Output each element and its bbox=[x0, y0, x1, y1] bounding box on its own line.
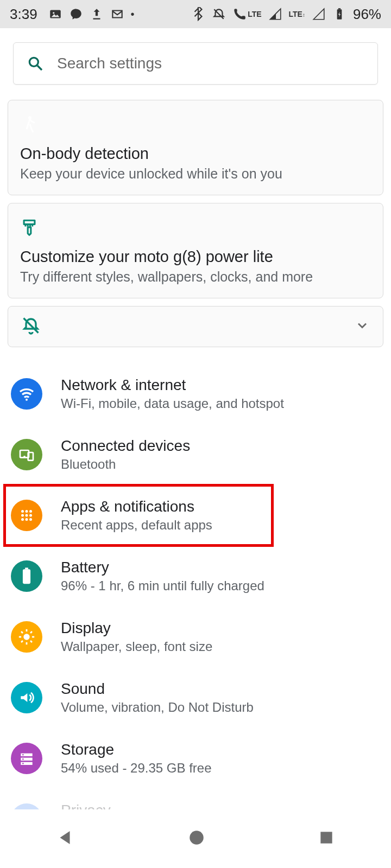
row-sub: 54% used - 29.35 GB free bbox=[61, 761, 212, 776]
walk-icon bbox=[20, 113, 371, 137]
card-subtitle: Try different styles, wallpapers, clocks… bbox=[20, 269, 371, 285]
settings-list: Network & internet Wi-Fi, mobile, data u… bbox=[8, 363, 383, 809]
battery-icon bbox=[332, 7, 346, 21]
storage-icon bbox=[11, 743, 42, 774]
card-title: Customize your moto g(8) power lite bbox=[20, 248, 371, 266]
upload-icon bbox=[90, 7, 104, 21]
svg-line-28 bbox=[30, 641, 32, 642]
svg-point-35 bbox=[22, 758, 24, 760]
battery-circle-icon bbox=[11, 560, 42, 592]
search-settings[interactable]: Search settings bbox=[13, 42, 378, 85]
svg-point-6 bbox=[28, 116, 31, 119]
messenger-icon bbox=[69, 7, 83, 21]
row-display[interactable]: Display Wallpaper, sleep, font size bbox=[11, 607, 383, 667]
card-subtitle: Keep your device unlocked while it's on … bbox=[20, 166, 371, 182]
row-battery[interactable]: Battery 96% - 1 hr, 6 min until fully ch… bbox=[11, 546, 383, 607]
dnd-status-icon bbox=[212, 7, 226, 21]
brightness-icon bbox=[11, 621, 42, 653]
svg-point-40 bbox=[190, 831, 204, 845]
svg-point-4 bbox=[29, 58, 38, 66]
row-sub: Bluetooth bbox=[61, 457, 190, 472]
search-placeholder: Search settings bbox=[57, 55, 162, 72]
photos-icon bbox=[48, 7, 62, 21]
brush-icon bbox=[20, 216, 371, 240]
settings-main: Search settings On-body detection Keep y… bbox=[0, 28, 391, 809]
battery-percent: 96% bbox=[353, 6, 381, 23]
svg-point-10 bbox=[23, 456, 26, 458]
row-apps-notifications[interactable]: Apps & notifications Recent apps, defaul… bbox=[4, 485, 273, 546]
row-title: Network & internet bbox=[61, 376, 284, 394]
svg-point-7 bbox=[26, 399, 28, 401]
signal-2-icon bbox=[312, 7, 326, 21]
nav-recent-button[interactable] bbox=[318, 829, 335, 848]
card-title: On-body detection bbox=[20, 145, 371, 163]
row-sub: 96% - 1 hr, 6 min until fully charged bbox=[61, 578, 264, 593]
svg-point-16 bbox=[29, 514, 32, 517]
svg-point-34 bbox=[22, 754, 24, 756]
svg-point-36 bbox=[22, 763, 24, 764]
status-bar: 3:39 • LTE LTE↕ 96% bbox=[0, 0, 391, 28]
svg-rect-20 bbox=[23, 569, 30, 584]
row-sound[interactable]: Sound Volume, vibration, Do Not Disturb bbox=[11, 667, 383, 728]
row-connected-devices[interactable]: Connected devices Bluetooth bbox=[11, 424, 383, 485]
sound-icon bbox=[11, 682, 42, 713]
svg-point-11 bbox=[21, 510, 24, 513]
card-customize-device[interactable]: Customize your moto g(8) power lite Try … bbox=[8, 203, 383, 298]
bluetooth-icon bbox=[191, 7, 205, 21]
svg-rect-41 bbox=[320, 832, 332, 843]
nav-home-button[interactable] bbox=[187, 828, 206, 849]
devices-icon bbox=[11, 439, 42, 470]
volte-icon: LTE bbox=[232, 7, 261, 21]
svg-line-30 bbox=[30, 631, 32, 633]
svg-line-5 bbox=[37, 66, 42, 70]
svg-line-29 bbox=[21, 641, 23, 642]
row-title: Storage bbox=[61, 741, 212, 758]
row-sub: Wallpaper, sleep, font size bbox=[61, 639, 212, 654]
row-sub: Wi-Fi, mobile, data usage, and hotspot bbox=[61, 396, 284, 411]
svg-point-22 bbox=[23, 634, 29, 640]
card-onbody-detection[interactable]: On-body detection Keep your device unloc… bbox=[8, 100, 383, 195]
svg-point-1 bbox=[53, 12, 54, 14]
chevron-down-icon bbox=[355, 318, 370, 335]
svg-point-19 bbox=[29, 518, 32, 521]
row-sub: Recent apps, default apps bbox=[61, 518, 212, 533]
row-storage[interactable]: Storage 54% used - 29.35 GB free bbox=[11, 728, 383, 789]
row-title: Sound bbox=[61, 680, 254, 698]
row-title: Display bbox=[61, 620, 212, 637]
lte-text-icon: LTE↕ bbox=[289, 10, 305, 18]
row-privacy[interactable]: Privacy Permissions, account activity, p… bbox=[11, 789, 383, 809]
svg-point-13 bbox=[29, 510, 32, 513]
svg-rect-21 bbox=[25, 567, 28, 569]
row-title: Apps & notifications bbox=[61, 498, 212, 515]
svg-point-14 bbox=[21, 514, 24, 517]
svg-line-27 bbox=[21, 631, 23, 633]
dnd-off-icon bbox=[21, 316, 41, 337]
card-dnd-collapsed[interactable] bbox=[8, 306, 383, 347]
apps-icon bbox=[11, 500, 42, 531]
row-network-internet[interactable]: Network & internet Wi-Fi, mobile, data u… bbox=[11, 363, 383, 424]
row-title: Battery bbox=[61, 559, 264, 576]
privacy-icon bbox=[11, 803, 42, 809]
more-dot-icon: • bbox=[131, 8, 135, 21]
row-title: Privacy bbox=[61, 802, 313, 809]
search-icon bbox=[14, 55, 57, 72]
signal-1-icon bbox=[268, 7, 282, 21]
svg-point-18 bbox=[26, 518, 28, 521]
svg-point-17 bbox=[21, 518, 24, 521]
row-title: Connected devices bbox=[61, 437, 190, 455]
navigation-bar bbox=[0, 809, 391, 868]
row-sub: Volume, vibration, Do Not Disturb bbox=[61, 700, 254, 715]
nav-back-button[interactable] bbox=[56, 828, 75, 850]
svg-rect-3 bbox=[338, 8, 340, 9]
wifi-icon bbox=[11, 378, 42, 410]
svg-point-15 bbox=[26, 514, 28, 517]
status-time: 3:39 bbox=[10, 6, 37, 23]
svg-point-12 bbox=[26, 510, 28, 513]
gmail-icon bbox=[110, 7, 124, 21]
